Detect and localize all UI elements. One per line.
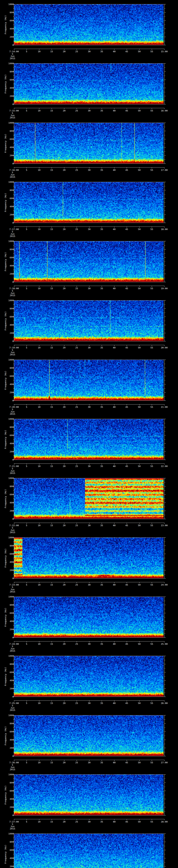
spectrogram-canvas [14, 4, 164, 45]
y-axis-title: Frequency (Hz) [4, 656, 7, 696]
y-tick-label: 800 [6, 426, 14, 428]
y-tick-minor-right [165, 186, 165, 186]
y-axis-title: Frequency (Hz) [4, 715, 7, 756]
x-tick [164, 345, 165, 346]
y-tick-label: 0 [6, 695, 14, 698]
y-tick-major-right [165, 257, 166, 258]
y-tick-major-right [165, 223, 166, 223]
y-tick-minor-left [13, 838, 14, 838]
x-tick [64, 404, 64, 406]
y-tick-major-right [165, 494, 166, 495]
plot-border-bottom [14, 45, 165, 45]
y-tick-minor-right [165, 253, 165, 254]
x-tick [77, 167, 77, 168]
end-time-label: 26:00 [156, 702, 172, 704]
y-tick-label: 400 [6, 739, 14, 741]
y-tick-major-right [165, 815, 166, 815]
y-tick-label: 800 [6, 70, 14, 73]
y-tick-major-right [165, 656, 166, 656]
y-axis-title: Frequency (Hz) [4, 64, 7, 104]
y-tick-minor-left [13, 261, 14, 262]
y-tick-label: 800 [6, 841, 14, 843]
y-tick-label: 200 [6, 273, 14, 275]
x-tick [39, 49, 39, 50]
spectrogram-panel-7:17:00: Frequency (Hz)100080060040020007:17:0051… [0, 178, 178, 237]
y-tick-major-right [165, 774, 166, 775]
y-tick-label: 400 [6, 679, 14, 682]
y-tick-minor-right [165, 380, 165, 380]
y-tick-minor-right [165, 151, 165, 152]
plot-border-left [14, 419, 14, 460]
end-time-label: 19:00 [156, 287, 172, 289]
y-tick-major-right [165, 554, 166, 554]
spectrogram-stack: Frequency (Hz)100080060040020007:14:0051… [0, 0, 178, 868]
x-tick [77, 286, 77, 287]
y-tick-minor-right [165, 321, 165, 321]
y-tick-label: 600 [6, 790, 14, 792]
y-tick-major-right [165, 748, 166, 748]
plot-border-left [14, 300, 14, 341]
y-tick-major-right [165, 621, 166, 621]
y-tick-minor-left [13, 795, 14, 795]
spectrogram-panel-7:25:00: Frequency (Hz)100080060040020007:25:0051… [0, 652, 178, 711]
y-tick-label: 600 [6, 434, 14, 436]
x-tick [164, 701, 165, 702]
y-tick-minor-right [165, 490, 165, 491]
y-axis-title: Frequency (Hz) [4, 538, 7, 578]
y-tick-minor-left [13, 490, 14, 491]
spectrogram-canvas [14, 301, 164, 341]
y-tick-major-right [165, 45, 166, 45]
y-tick-major-right [165, 131, 166, 131]
x-tick [64, 523, 64, 524]
y-tick-label: 600 [6, 316, 14, 318]
y-tick-label: 200 [6, 36, 14, 38]
y-tick-label: 800 [6, 722, 14, 724]
y-tick-label: 400 [6, 265, 14, 267]
y-tick-label: 800 [6, 663, 14, 665]
x-tick [39, 227, 39, 228]
y-tick-label: 800 [6, 485, 14, 488]
x-tick [77, 49, 77, 50]
y-tick-label: 400 [6, 146, 14, 148]
y-tick-label: 0 [6, 814, 14, 816]
end-time-label: 20:00 [156, 346, 172, 349]
y-tick-major-right [165, 834, 166, 834]
end-time-label: 23:00 [156, 524, 172, 527]
y-tick-major-right [165, 850, 166, 850]
x-tick [39, 464, 39, 465]
x-tick [64, 819, 64, 820]
y-tick-major-right [165, 190, 166, 190]
y-axis-title: Frequency (Hz) [4, 597, 7, 638]
x-tick [139, 582, 140, 583]
y-tick-label: 200 [6, 95, 14, 97]
x-tick [39, 582, 39, 583]
y-tick-label: 800 [6, 781, 14, 784]
y-tick-minor-left [13, 151, 14, 152]
y-tick-label: 600 [6, 493, 14, 496]
y-tick-label: 1000 [6, 181, 14, 183]
y-tick-label: 0 [6, 577, 14, 580]
end-time-label: 21:00 [156, 406, 172, 408]
plot-border-left [14, 537, 14, 579]
x-tick [52, 642, 52, 643]
y-tick-label: 200 [6, 569, 14, 571]
y-tick-label: 200 [6, 687, 14, 690]
plot-border-bottom [14, 223, 165, 223]
spectrogram-canvas [14, 360, 164, 401]
x-tick [152, 404, 152, 406]
y-tick-major-right [165, 163, 166, 164]
x-tick [152, 701, 152, 702]
y-tick-major-right [165, 460, 166, 460]
y-tick-minor-right [165, 676, 165, 677]
x-tick [52, 108, 52, 109]
x-tick [39, 523, 39, 524]
y-tick-minor-left [13, 33, 14, 33]
y-tick-major-right [165, 740, 166, 740]
x-tick [139, 404, 140, 406]
y-tick-label: 0 [6, 637, 14, 639]
plot-border-top [14, 537, 165, 538]
x-tick [39, 701, 39, 702]
y-tick-minor-right [165, 329, 165, 329]
y-tick-major-right [165, 537, 166, 538]
y-axis-title: Frequency (Hz) [4, 182, 7, 223]
